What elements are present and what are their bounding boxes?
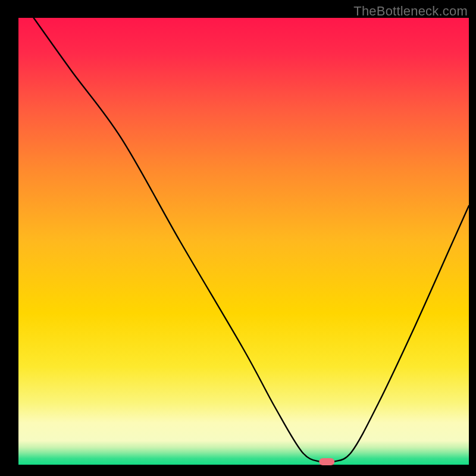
current-point-marker: [319, 458, 334, 465]
watermark-text: TheBottleneck.com: [353, 4, 468, 19]
gradient-background: [18, 18, 469, 465]
bottleneck-chart: TheBottleneck.com: [0, 0, 476, 476]
chart-canvas: [0, 0, 476, 476]
